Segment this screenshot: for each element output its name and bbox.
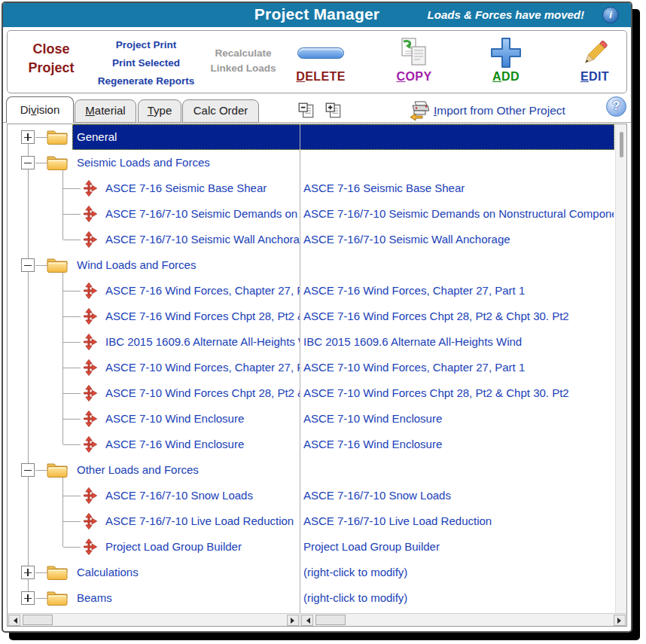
right-arrow-icon xyxy=(291,618,297,624)
horizontal-scrollbar-thumb[interactable] xyxy=(315,615,346,625)
print-selected-button[interactable]: Print Selected xyxy=(95,54,197,72)
horizontal-scrollbar-area xyxy=(8,613,626,626)
scroll-right-button[interactable] xyxy=(287,615,299,626)
plus-glyph xyxy=(27,569,29,576)
horizontal-scrollbar-left[interactable] xyxy=(8,614,300,626)
row-label: General xyxy=(77,124,300,150)
tree-line xyxy=(28,278,29,304)
row-description: ASCE 7-16 Wind Forces, Chapter 27, Part … xyxy=(303,278,614,304)
table-row[interactable]: ASCE 7-16/7-10 Seismic Wall Anchorage AS… xyxy=(8,227,626,252)
regenerate-reports-button[interactable]: Regenerate Reports xyxy=(95,72,197,90)
right-arrow-icon xyxy=(617,618,624,624)
expander-toggle[interactable] xyxy=(21,258,35,272)
table-row[interactable]: ASCE 7-10 Wind Forces Chpt 28, Pt2 & Chp… xyxy=(8,380,626,406)
row-label: Other Loads and Forces xyxy=(77,457,300,483)
expander-toggle[interactable] xyxy=(21,156,35,169)
collapse-all-button[interactable] xyxy=(297,102,315,120)
tree-line xyxy=(63,368,81,368)
load-module-icon xyxy=(81,334,97,353)
scroll-left-button[interactable] xyxy=(301,615,313,626)
tree-line xyxy=(63,393,81,394)
tree-line xyxy=(63,547,81,548)
tree-line xyxy=(28,508,29,534)
tree-line xyxy=(63,496,81,496)
tree-line xyxy=(63,419,81,420)
table-row[interactable]: ASCE 7-16/7-10 Seismic Demands on Nonstr… xyxy=(8,201,626,227)
plus-glyph xyxy=(27,594,29,602)
tab-division[interactable]: Division xyxy=(6,96,74,123)
tree-line xyxy=(28,534,29,560)
title-bar: Project Manager Loads & Forces have move… xyxy=(3,3,631,27)
row-description: ASCE 7-16/7-10 Seismic Wall Anchorage xyxy=(303,227,614,252)
tree-line xyxy=(28,252,29,258)
project-print-button[interactable]: Project Print xyxy=(95,36,197,54)
copy-button[interactable]: COPY xyxy=(378,35,450,84)
expander-toggle[interactable] xyxy=(21,130,35,144)
table-row[interactable]: ASCE 7-16 Seismic Base Shear ASCE 7-16 S… xyxy=(8,175,626,201)
tree-line xyxy=(63,444,81,445)
row-label: Calculations xyxy=(77,560,300,585)
expander-toggle[interactable] xyxy=(21,463,35,477)
tab-type[interactable]: Type xyxy=(138,99,181,123)
add-label: ADD xyxy=(470,70,542,84)
tree-line xyxy=(62,534,63,547)
expand-all-icon xyxy=(325,102,343,120)
table-row[interactable]: Other Loads and Forces xyxy=(8,457,626,483)
table-row[interactable]: ASCE 7-16 Wind Enclosure ASCE 7-16 Wind … xyxy=(8,432,626,457)
edit-button[interactable]: EDIT xyxy=(559,35,631,84)
table-row[interactable]: Project Load Group Builder Project Load … xyxy=(8,534,626,560)
tree-line xyxy=(63,342,81,343)
folder-icon xyxy=(46,255,69,277)
row-label: ASCE 7-10 Wind Forces, Chapter 27, Part … xyxy=(105,355,300,380)
copy-pages-icon xyxy=(399,37,429,69)
add-button[interactable]: ADD xyxy=(470,35,542,84)
print-actions: Project Print Print Selected Regenerate … xyxy=(95,36,197,90)
load-module-icon xyxy=(81,436,97,455)
tree-line xyxy=(63,316,81,317)
table-row[interactable]: Seismic Loads and Forces xyxy=(8,150,626,175)
tree-line xyxy=(28,355,29,380)
tree-line xyxy=(62,432,63,444)
row-label: ASCE 7-10 Wind Enclosure xyxy=(105,406,300,432)
row-description: (right-click to modify) xyxy=(303,585,614,611)
row-label: ASCE 7-16/7-10 Live Load Reduction xyxy=(105,508,300,534)
table-row[interactable]: IBC 2015 1609.6 Alternate All-Heights Wi… xyxy=(8,329,626,355)
table-row[interactable]: General xyxy=(8,124,626,150)
tab-calc-order[interactable]: Calc Order xyxy=(182,99,259,123)
table-row[interactable]: ASCE 7-16/7-10 Live Load Reduction ASCE … xyxy=(8,508,626,534)
horizontal-scrollbar-thumb[interactable] xyxy=(23,615,53,625)
expand-all-button[interactable] xyxy=(325,102,343,120)
table-row[interactable]: Wind Loads and Forces xyxy=(8,252,626,278)
import-from-other-project-button[interactable]: Import from Other Project xyxy=(408,99,565,122)
table-row[interactable]: ASCE 7-16 Wind Forces Chpt 28, Pt2 & Chp… xyxy=(8,304,626,329)
tab-material[interactable]: Material xyxy=(75,99,136,123)
info-icon[interactable]: i xyxy=(602,7,619,23)
load-module-icon xyxy=(81,487,97,506)
table-row[interactable]: Calculations (right-click to modify) xyxy=(8,560,626,585)
row-label: ASCE 7-16 Seismic Base Shear xyxy=(105,175,300,201)
vertical-scrollbar-thumb[interactable] xyxy=(620,132,623,157)
expander-toggle[interactable] xyxy=(21,566,35,579)
delete-button[interactable]: DELETE xyxy=(285,35,357,84)
column-divider xyxy=(300,124,300,613)
help-button[interactable]: ? xyxy=(606,96,626,117)
scroll-left-button[interactable] xyxy=(8,615,20,626)
import-printer-icon xyxy=(408,101,429,121)
tree-line xyxy=(28,406,29,432)
table-row[interactable]: ASCE 7-10 Wind Forces, Chapter 27, Part … xyxy=(8,355,626,380)
expander-toggle[interactable] xyxy=(21,591,35,605)
table-row[interactable]: ASCE 7-10 Wind Enclosure ASCE 7-10 Wind … xyxy=(8,406,626,432)
table-row[interactable]: Beams (right-click to modify) xyxy=(8,585,626,611)
load-module-icon xyxy=(81,359,97,378)
horizontal-scrollbar-right[interactable] xyxy=(300,614,626,626)
table-row[interactable]: ASCE 7-16 Wind Forces, Chapter 27, Part … xyxy=(8,278,626,304)
row-description: ASCE 7-16 Wind Enclosure xyxy=(303,432,614,457)
table-row[interactable]: ASCE 7-16/7-10 Snow Loads ASCE 7-16/7-10… xyxy=(8,483,626,508)
delete-label: DELETE xyxy=(285,70,357,84)
vertical-scrollbar[interactable] xyxy=(615,124,626,613)
close-project-button[interactable]: Close Project xyxy=(20,40,83,78)
row-label: ASCE 7-16/7-10 Snow Loads xyxy=(105,483,300,508)
row-description: ASCE 7-10 Wind Forces, Chapter 27, Part … xyxy=(303,355,614,380)
collapse-all-icon xyxy=(297,102,315,120)
scroll-right-button[interactable] xyxy=(614,615,626,626)
